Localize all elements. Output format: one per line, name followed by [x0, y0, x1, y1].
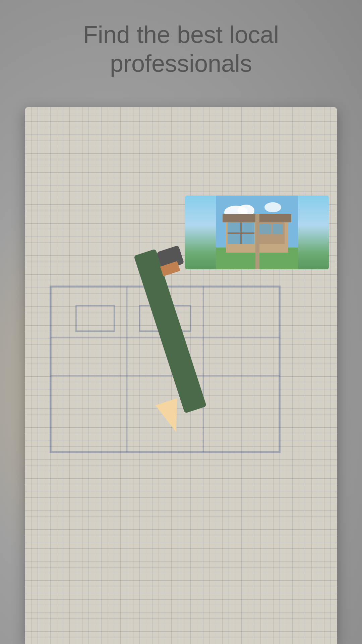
blueprint-background: [33, 196, 177, 269]
category-grid: Architects & Building Designers: [33, 196, 329, 486]
svg-rect-25: [255, 214, 259, 269]
blueprint-svg: [33, 196, 177, 269]
design-build-image: [185, 196, 329, 269]
hero-title: Find the best local professionals: [27, 20, 335, 78]
svg-point-15: [264, 202, 281, 212]
modern-house-bg: [185, 196, 329, 269]
category-item-architects[interactable]: Architects & Building Designers: [33, 196, 177, 287]
svg-rect-23: [259, 224, 271, 234]
modern-house-svg: [185, 196, 329, 269]
svg-rect-24: [273, 224, 283, 234]
main-content: Home Design & Remodeling: [25, 161, 337, 600]
architects-image: [33, 196, 177, 269]
phone-frame: 10:00 ← Search Houzz Home Design & Remod…: [25, 107, 337, 644]
hero-section: Find the best local professionals: [0, 20, 362, 78]
